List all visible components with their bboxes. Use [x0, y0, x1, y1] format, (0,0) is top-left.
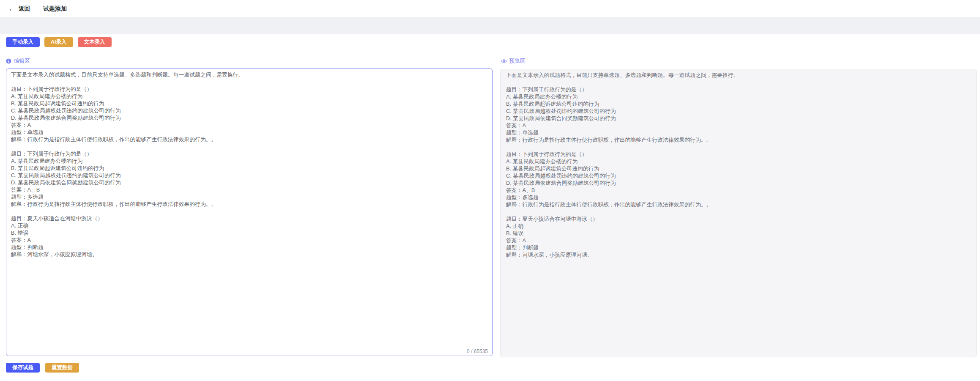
manual-entry-button[interactable]: 手动录入: [6, 37, 40, 47]
left-arrow-icon: ←: [8, 5, 15, 12]
preview-content: 下面是文本录入的试题格式，目前只支持单选题、多选题和判断题。每一道试题之间，需要…: [506, 71, 971, 258]
editor-box: 下面是文本录入的试题格式，目前只支持单选题、多选题和判断题。每一道试题之间，需要…: [6, 69, 493, 356]
editor-section-label: 编辑区: [6, 58, 30, 65]
main-panel: 手动录入 AI录入 文本录入 编辑区 预览区 下面是文本录入的试题格式，目前只支…: [0, 34, 980, 381]
char-counter: 0 / 65535: [467, 348, 488, 354]
preview-section-label-text: 预览区: [509, 58, 526, 65]
preview-box: 下面是文本录入的试题格式，目前只支持单选题、多选题和判断题。每一道试题之间，需要…: [500, 69, 977, 357]
ai-entry-button[interactable]: AI录入: [44, 37, 73, 47]
question-editor-textarea[interactable]: 下面是文本录入的试题格式，目前只支持单选题、多选题和判断题。每一道试题之间，需要…: [6, 69, 492, 345]
reset-data-button[interactable]: 重置数据: [45, 363, 79, 373]
header-divider: [37, 5, 37, 12]
back-button[interactable]: ← 返回: [8, 5, 30, 13]
info-circle-icon: [6, 58, 11, 64]
footer-actions: 保存试题 重置数据: [6, 363, 79, 373]
entry-mode-toolbar: 手动录入 AI录入 文本录入: [6, 37, 112, 47]
editor-section-label-text: 编辑区: [14, 58, 30, 65]
page-title: 试题添加: [43, 5, 67, 13]
back-label: 返回: [19, 5, 30, 13]
preview-section-label: 预览区: [501, 58, 526, 65]
text-entry-button[interactable]: 文本录入: [78, 37, 112, 47]
save-question-button[interactable]: 保存试题: [6, 363, 40, 373]
eye-icon: [501, 58, 507, 64]
top-header: ← 返回 试题添加: [0, 0, 980, 17]
